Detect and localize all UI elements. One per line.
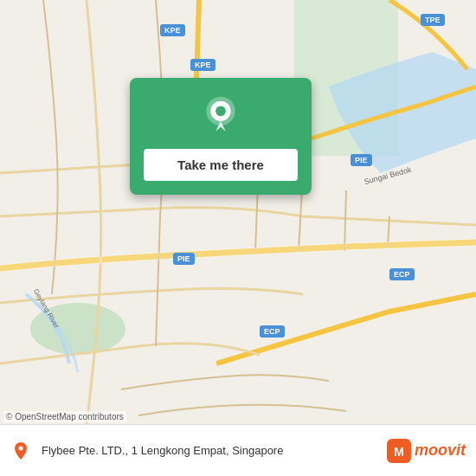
road-label-kpe2: KPE — [190, 59, 215, 71]
road-label-pie2: PIE — [351, 154, 372, 166]
map-container: KPE KPE PIE PIE ECP ECP TPE Sungai Bedok… — [0, 0, 476, 424]
osm-attribution: © OpenStreetMap contributors — [3, 411, 126, 422]
moovit-logo: M moovit — [387, 439, 466, 463]
footer-bar: Flybee Pte. LTD., 1 Lengkong Empat, Sing… — [0, 424, 476, 476]
footer-location-text: Flybee Pte. LTD., 1 Lengkong Empat, Sing… — [42, 444, 376, 457]
pin-icon — [199, 95, 242, 138]
road-label-ecp1: ECP — [260, 325, 285, 338]
moovit-brand-text: moovit — [415, 441, 466, 460]
location-icon — [10, 441, 31, 461]
svg-point-4 — [215, 106, 226, 117]
map-roads — [0, 0, 476, 424]
location-card: Take me there — [130, 78, 312, 195]
road-label-pie1: PIE — [173, 253, 195, 265]
road-label-kpe1: KPE — [160, 24, 185, 36]
road-label-ecp2: ECP — [389, 268, 415, 280]
take-me-there-button[interactable]: Take me there — [144, 149, 298, 181]
svg-text:M: M — [394, 445, 404, 459]
road-label-tpe: TPE — [421, 14, 445, 26]
moovit-icon: M — [387, 439, 411, 463]
svg-point-5 — [19, 446, 23, 450]
